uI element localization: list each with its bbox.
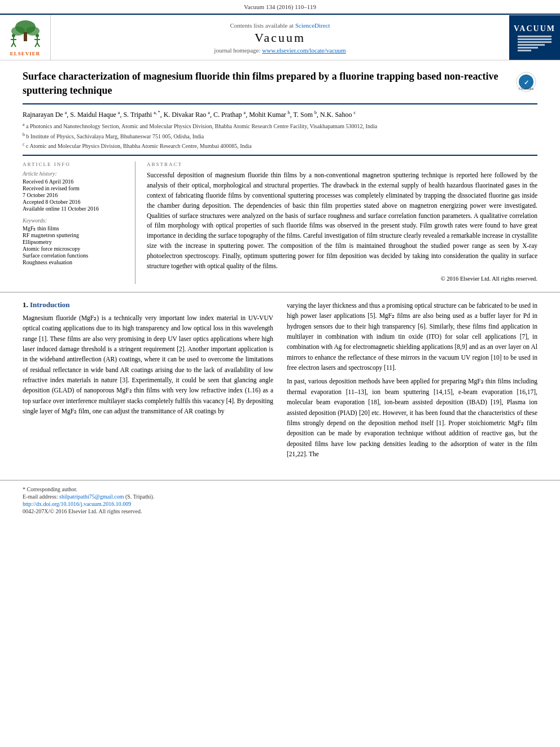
section-number: 1. bbox=[23, 300, 28, 309]
journal-name-banner: Vacuum bbox=[255, 30, 305, 45]
sciencedirect-link[interactable]: ScienceDirect bbox=[295, 22, 330, 29]
journal-homepage: journal homepage: www.elsevier.com/locat… bbox=[214, 47, 345, 54]
svg-point-9 bbox=[36, 34, 39, 37]
article-title: Surface characterization of magnesium fl… bbox=[23, 69, 509, 98]
svg-line-8 bbox=[14, 43, 16, 47]
history-revised-label: Received in revised form bbox=[23, 185, 127, 191]
keyword-2: Ellipsometry bbox=[23, 239, 127, 245]
svg-line-7 bbox=[11, 43, 14, 47]
affiliation-b: b b Institute of Physics, Sachivalaya Ma… bbox=[23, 132, 537, 141]
journal-header: Vacuum 134 (2016) 110–119 bbox=[0, 0, 560, 15]
history-accepted: Accepted 8 October 2016 bbox=[23, 199, 127, 205]
doi-link[interactable]: http://dx.doi.org/10.1016/j.vacuum.2016.… bbox=[23, 501, 131, 507]
keyword-0: MgF₂ thin films bbox=[23, 225, 127, 231]
svg-text:CrossMark: CrossMark bbox=[519, 87, 534, 90]
body-content: 1. Introduction Magnesium fluoride (MgF₂… bbox=[0, 300, 560, 474]
article-history: Article history: Received 6 April 2016 R… bbox=[23, 171, 127, 212]
intro-para-2: In past, various deposition methods have… bbox=[287, 376, 537, 459]
article-title-section: Surface characterization of magnesium fl… bbox=[23, 69, 537, 104]
keywords-section: Keywords: MgF₂ thin films RF magnetron s… bbox=[23, 217, 127, 265]
contents-available: Contents lists available at ScienceDirec… bbox=[230, 22, 330, 29]
crossmark-badge: ✓ CrossMark bbox=[515, 72, 537, 92]
svg-line-13 bbox=[37, 43, 40, 47]
svg-line-12 bbox=[35, 43, 37, 47]
svg-text:✓: ✓ bbox=[524, 79, 529, 86]
history-online: Available online 11 October 2016 bbox=[23, 206, 127, 212]
journal-center: Contents lists available at ScienceDirec… bbox=[51, 19, 509, 57]
vacuum-logo-text: VACUUM bbox=[514, 24, 555, 33]
vacuum-logo-box: VACUUM bbox=[509, 15, 560, 60]
elsevier-text: ELSEVIER bbox=[10, 51, 41, 56]
doi-line: http://dx.doi.org/10.1016/j.vacuum.2016.… bbox=[23, 501, 537, 507]
journal-banner: ELSEVIER Contents lists available at Sci… bbox=[0, 15, 560, 60]
section-title-text: Introduction bbox=[30, 300, 70, 309]
keyword-3: Atomic force microscopy bbox=[23, 246, 127, 252]
corresponding-author-note: * Corresponding author. bbox=[23, 486, 537, 492]
affiliations: a a Photonics and Nanotechnology Section… bbox=[23, 121, 537, 150]
affiliation-c: c c Atomic and Molecular Physics Divisio… bbox=[23, 141, 537, 150]
elsevier-logo-img bbox=[6, 19, 45, 50]
journal-homepage-link[interactable]: www.elsevier.com/locate/vacuum bbox=[262, 47, 345, 54]
article-content: Surface characterization of magnesium fl… bbox=[0, 60, 560, 284]
intro-para-0: Magnesium fluoride (MgF₂) is a technical… bbox=[23, 313, 273, 417]
keywords-label: Keywords: bbox=[23, 217, 127, 224]
affiliation-a: a a Photonics and Nanotechnology Section… bbox=[23, 121, 537, 130]
left-col-article-info: ARTICLE INFO Article history: Received 6… bbox=[23, 161, 135, 283]
issn-line: 0042-207X/© 2016 Elsevier Ltd. All right… bbox=[23, 508, 537, 514]
elsevier-logo: ELSEVIER bbox=[0, 15, 51, 60]
email-footnote: E-mail address: shilpatripathi75@gmail.c… bbox=[23, 493, 537, 500]
body-left: 1. Introduction Magnesium fluoride (MgF₂… bbox=[23, 300, 273, 463]
two-col-body: 1. Introduction Magnesium fluoride (MgF₂… bbox=[23, 300, 537, 463]
article-info-abstract: ARTICLE INFO Article history: Received 6… bbox=[23, 155, 537, 283]
abstract-text: Successful deposition of magnesium fluor… bbox=[147, 171, 537, 283]
crossmark-icon: ✓ CrossMark bbox=[516, 72, 536, 92]
abstract-label: ABSTRACT bbox=[147, 161, 537, 167]
history-received: Received 6 April 2016 bbox=[23, 178, 127, 185]
intro-heading: 1. Introduction bbox=[23, 300, 273, 309]
authors-line: Rajnarayan De a, S. Maidul Haque a, S. T… bbox=[23, 110, 537, 119]
article-footer: * Corresponding author. E-mail address: … bbox=[0, 480, 560, 518]
history-label: Article history: bbox=[23, 171, 127, 177]
body-right: varying the layer thickness and thus a p… bbox=[287, 300, 537, 463]
section-divider bbox=[0, 292, 560, 292]
intro-para-1: varying the layer thickness and thus a p… bbox=[287, 300, 537, 373]
keyword-1: RF magnetron sputtering bbox=[23, 232, 127, 238]
svg-rect-3 bbox=[24, 32, 27, 41]
keyword-5: Roughness evaluation bbox=[23, 259, 127, 265]
keyword-4: Surface correlation functions bbox=[23, 252, 127, 259]
journal-ref: Vacuum 134 (2016) 110–119 bbox=[0, 3, 560, 10]
history-revised-date: 7 October 2016 bbox=[23, 192, 127, 198]
vacuum-logo-lines bbox=[518, 36, 552, 51]
right-col-abstract: ABSTRACT Successful deposition of magnes… bbox=[147, 161, 537, 283]
email-link[interactable]: shilpatripathi75@gmail.com bbox=[59, 493, 124, 500]
copyright-line: © 2016 Elsevier Ltd. All rights reserved… bbox=[147, 274, 537, 283]
page-wrapper: Vacuum 134 (2016) 110–119 bbox=[0, 0, 560, 747]
article-info-label: ARTICLE INFO bbox=[23, 161, 127, 167]
svg-point-4 bbox=[12, 34, 15, 37]
